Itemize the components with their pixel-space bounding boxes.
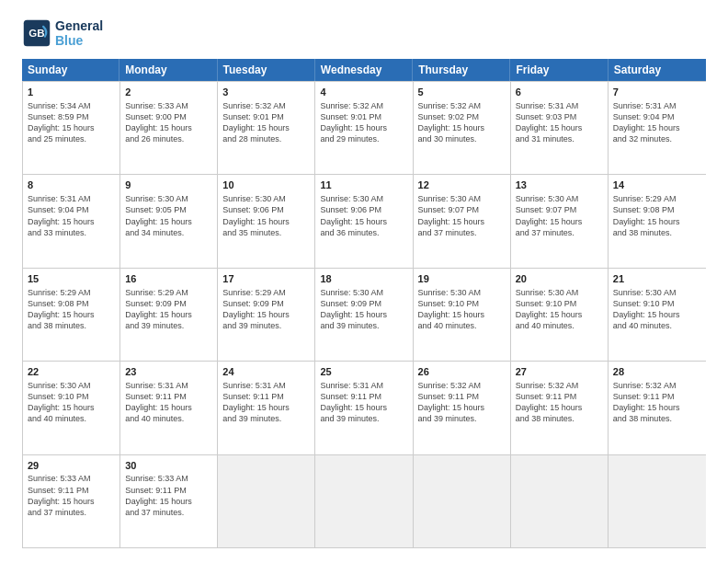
header-day-saturday: Saturday [609,59,706,81]
cell-info: Sunrise: 5:30 AMSunset: 9:05 PMDaylight:… [125,193,212,238]
logo-icon: GB [22,18,51,48]
calendar-cell: 20Sunrise: 5:30 AMSunset: 9:10 PMDayligh… [511,269,609,361]
cell-info: Sunrise: 5:29 AMSunset: 9:09 PMDaylight:… [125,287,212,332]
cell-info: Sunrise: 5:30 AMSunset: 9:10 PMDaylight:… [28,380,115,425]
day-number: 11 [320,178,407,192]
day-number: 4 [320,86,407,99]
day-number: 2 [125,86,212,99]
calendar-cell: 5Sunrise: 5:32 AMSunset: 9:02 PMDaylight… [414,82,511,174]
day-number: 15 [28,272,115,286]
calendar-cell: 18Sunrise: 5:30 AMSunset: 9:09 PMDayligh… [315,269,413,361]
day-number: 21 [613,272,701,286]
cell-info: Sunrise: 5:30 AMSunset: 9:06 PMDaylight:… [222,193,310,238]
calendar: SundayMondayTuesdayWednesdayThursdayFrid… [22,59,706,548]
calendar-header: SundayMondayTuesdayWednesdayThursdayFrid… [22,59,706,81]
calendar-cell: 6Sunrise: 5:31 AMSunset: 9:03 PMDaylight… [511,82,609,174]
calendar-cell: 22Sunrise: 5:30 AMSunset: 9:10 PMDayligh… [23,362,120,454]
calendar-row-5: 29Sunrise: 5:33 AMSunset: 9:11 PMDayligh… [23,454,706,547]
cell-info: Sunrise: 5:32 AMSunset: 9:11 PMDaylight:… [516,380,603,425]
cell-info: Sunrise: 5:34 AMSunset: 8:59 PMDaylight:… [28,100,115,145]
logo-line1: General [55,18,103,33]
day-number: 8 [28,178,115,192]
header-day-thursday: Thursday [413,59,510,81]
day-number: 20 [516,272,603,286]
cell-info: Sunrise: 5:31 AMSunset: 9:11 PMDaylight:… [125,380,212,425]
day-number: 1 [28,86,115,99]
svg-text:GB: GB [28,28,44,39]
cell-info: Sunrise: 5:29 AMSunset: 9:09 PMDaylight:… [222,287,310,332]
cell-info: Sunrise: 5:31 AMSunset: 9:11 PMDaylight:… [320,380,407,425]
calendar-cell: 16Sunrise: 5:29 AMSunset: 9:09 PMDayligh… [120,269,218,361]
calendar-cell: 4Sunrise: 5:32 AMSunset: 9:01 PMDaylight… [315,82,413,174]
calendar-cell: 28Sunrise: 5:32 AMSunset: 9:11 PMDayligh… [609,362,706,454]
header-day-friday: Friday [510,59,608,81]
calendar-cell: 13Sunrise: 5:30 AMSunset: 9:07 PMDayligh… [511,175,609,267]
day-number: 6 [516,86,603,99]
calendar-cell: 24Sunrise: 5:31 AMSunset: 9:11 PMDayligh… [218,362,315,454]
calendar-cell: 11Sunrise: 5:30 AMSunset: 9:06 PMDayligh… [315,175,413,267]
cell-info: Sunrise: 5:30 AMSunset: 9:09 PMDaylight:… [320,287,407,332]
header-day-sunday: Sunday [22,59,119,81]
cell-info: Sunrise: 5:32 AMSunset: 9:11 PMDaylight:… [418,380,506,425]
cell-info: Sunrise: 5:29 AMSunset: 9:08 PMDaylight:… [613,193,701,238]
day-number: 22 [28,365,115,379]
day-number: 18 [320,272,407,286]
cell-info: Sunrise: 5:32 AMSunset: 9:01 PMDaylight:… [222,100,310,145]
cell-info: Sunrise: 5:33 AMSunset: 9:11 PMDaylight:… [125,473,212,518]
calendar-cell: 15Sunrise: 5:29 AMSunset: 9:08 PMDayligh… [23,269,120,361]
cell-info: Sunrise: 5:30 AMSunset: 9:06 PMDaylight:… [320,193,407,238]
cell-info: Sunrise: 5:30 AMSunset: 9:07 PMDaylight:… [418,193,506,238]
calendar-cell: 23Sunrise: 5:31 AMSunset: 9:11 PMDayligh… [120,362,218,454]
calendar-cell: 3Sunrise: 5:32 AMSunset: 9:01 PMDaylight… [218,82,315,174]
day-number: 12 [418,178,506,192]
day-number: 26 [418,365,506,379]
day-number: 13 [516,178,603,192]
day-number: 25 [320,365,407,379]
logo-line2: Blue [55,33,103,48]
calendar-cell [511,455,609,547]
calendar-cell: 9Sunrise: 5:30 AMSunset: 9:05 PMDaylight… [120,175,218,267]
day-number: 27 [516,365,603,379]
calendar-body: 1Sunrise: 5:34 AMSunset: 8:59 PMDaylight… [22,81,706,548]
calendar-row-1: 1Sunrise: 5:34 AMSunset: 8:59 PMDaylight… [23,81,706,174]
cell-info: Sunrise: 5:33 AMSunset: 9:11 PMDaylight:… [28,473,115,518]
calendar-cell: 12Sunrise: 5:30 AMSunset: 9:07 PMDayligh… [414,175,511,267]
cell-info: Sunrise: 5:32 AMSunset: 9:02 PMDaylight:… [418,100,506,145]
calendar-cell: 25Sunrise: 5:31 AMSunset: 9:11 PMDayligh… [315,362,413,454]
day-number: 24 [222,365,310,379]
cell-info: Sunrise: 5:30 AMSunset: 9:10 PMDaylight:… [516,287,603,332]
calendar-cell: 2Sunrise: 5:33 AMSunset: 9:00 PMDaylight… [120,82,218,174]
cell-info: Sunrise: 5:30 AMSunset: 9:10 PMDaylight:… [418,287,506,332]
calendar-cell: 21Sunrise: 5:30 AMSunset: 9:10 PMDayligh… [609,269,706,361]
calendar-row-3: 15Sunrise: 5:29 AMSunset: 9:08 PMDayligh… [23,268,706,361]
day-number: 29 [28,459,115,473]
day-number: 28 [613,365,701,379]
cell-info: Sunrise: 5:31 AMSunset: 9:04 PMDaylight:… [28,193,115,238]
day-number: 23 [125,365,212,379]
day-number: 30 [125,459,212,473]
calendar-cell [218,455,315,547]
day-number: 14 [613,178,701,192]
calendar-cell [315,455,413,547]
cell-info: Sunrise: 5:30 AMSunset: 9:07 PMDaylight:… [516,193,603,238]
calendar-cell: 14Sunrise: 5:29 AMSunset: 9:08 PMDayligh… [609,175,706,267]
calendar-row-4: 22Sunrise: 5:30 AMSunset: 9:10 PMDayligh… [23,361,706,454]
day-number: 9 [125,178,212,192]
calendar-cell: 29Sunrise: 5:33 AMSunset: 9:11 PMDayligh… [23,455,120,547]
header-day-monday: Monday [119,59,217,81]
calendar-cell: 10Sunrise: 5:30 AMSunset: 9:06 PMDayligh… [218,175,315,267]
cell-info: Sunrise: 5:30 AMSunset: 9:10 PMDaylight:… [613,287,701,332]
day-number: 10 [222,178,310,192]
calendar-cell: 1Sunrise: 5:34 AMSunset: 8:59 PMDaylight… [23,82,120,174]
calendar-cell: 27Sunrise: 5:32 AMSunset: 9:11 PMDayligh… [511,362,609,454]
cell-info: Sunrise: 5:31 AMSunset: 9:04 PMDaylight:… [613,100,701,145]
cell-info: Sunrise: 5:31 AMSunset: 9:03 PMDaylight:… [516,100,603,145]
calendar-cell: 26Sunrise: 5:32 AMSunset: 9:11 PMDayligh… [414,362,511,454]
calendar-cell [609,455,706,547]
logo: GB General Blue [22,18,103,48]
calendar-cell: 8Sunrise: 5:31 AMSunset: 9:04 PMDaylight… [23,175,120,267]
calendar-cell: 17Sunrise: 5:29 AMSunset: 9:09 PMDayligh… [218,269,315,361]
calendar-cell: 19Sunrise: 5:30 AMSunset: 9:10 PMDayligh… [414,269,511,361]
day-number: 19 [418,272,506,286]
cell-info: Sunrise: 5:32 AMSunset: 9:11 PMDaylight:… [613,380,701,425]
